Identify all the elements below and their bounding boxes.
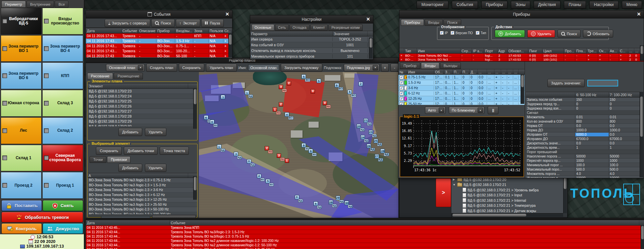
text-point-button[interactable]: Точка текста: [160, 147, 189, 155]
table-row[interactable]: 04 11 2016 17:43...Тревога-ВО-Зон...1.5-…: [86, 39, 232, 44]
zone-tile[interactable]: Зона периметр ВО 1: [1, 35, 42, 62]
map-marker[interactable]: 6во: [204, 115, 208, 120]
column-header[interactable]: З...: [444, 69, 453, 74]
tree-item[interactable]: ВД-5 @192.168.0.170/2:21 > Input: [451, 193, 563, 198]
map-marker[interactable]: 2: [287, 81, 291, 85]
zone-checkbox[interactable]: [2, 128, 7, 133]
close-icon[interactable]: ✕: [636, 11, 642, 17]
tree-item[interactable]: ВД-5 @192.168.0.170/2:21 > Internal: [451, 198, 563, 203]
map-marker[interactable]: 28вд: [329, 200, 333, 204]
zone-tile[interactable]: Проезд 2: [1, 172, 42, 199]
display-checkbox[interactable]: ✔Тип: [476, 31, 486, 35]
column-header[interactable]: Ок...: [598, 48, 609, 53]
zone-tile[interactable]: Зона периметр ВО 6: [1, 62, 42, 89]
param-row[interactable]: Задержка перед тр...00: [526, 102, 643, 106]
display-checkbox[interactable]: ✔IP: [440, 31, 448, 35]
zone-tile[interactable]: КПП: [42, 62, 83, 89]
binding-item[interactable]: ВО-Зона Зона Тополь ВО №3 /logic-1:3 > 2…: [88, 202, 197, 207]
chevron-down-icon[interactable]: ▼: [439, 108, 444, 113]
param-row[interactable]: Норма ОТ0.00.0: [526, 124, 643, 128]
zone-tile[interactable]: Южная сторона: [1, 90, 42, 117]
map-marker[interactable]: 23вд: [369, 130, 373, 134]
expand-icon[interactable]: ▼: [453, 183, 456, 186]
scrollbar[interactable]: [193, 176, 197, 200]
column-header[interactable]: Значение: [333, 31, 368, 36]
load-underlay-button[interactable]: Загрузить подложку: [281, 64, 322, 72]
table-row[interactable]: 04 11 2016 17:43:45...Тревога Зона:КПП: [86, 226, 644, 230]
map-marker[interactable]: 26ВД: [367, 144, 371, 148]
save-plan-button[interactable]: Сохранить: [179, 64, 205, 72]
column-header[interactable]: ...: [487, 69, 494, 74]
site-map[interactable]: 1вд15ВО58ВО6ВО24ВО6во0во1вд3вд0вд8во6во2…: [199, 72, 398, 218]
menu-item[interactable]: Мониторинг: [417, 1, 448, 9]
chevron-down-icon[interactable]: ▼: [138, 65, 143, 70]
column-header[interactable]: [526, 92, 575, 97]
mode-select[interactable]: Авто▼: [425, 107, 445, 114]
close-icon[interactable]: ✕: [365, 16, 371, 22]
selected-tab[interactable]: Привязки: [107, 156, 130, 163]
zone-tile[interactable]: Проезд 1: [42, 172, 83, 199]
param-row[interactable]: Накопление порога ...5000050000: [526, 154, 643, 159]
checkbox-icon[interactable]: ✔: [476, 31, 480, 35]
scrollbar[interactable]: [563, 177, 567, 213]
sidebar-tab[interactable]: Периметр: [1, 1, 26, 8]
map-marker[interactable]: 21вд: [364, 118, 368, 123]
column-header[interactable]: ...: [494, 69, 501, 74]
input-row[interactable]: ✔11.5-3 Hz17:...0....1...000.0...+--...: [398, 80, 525, 85]
map-marker[interactable]: 1: [221, 95, 225, 99]
tree-item[interactable]: ВД-5 @192.168.0.170/2:21 > Температура: [451, 203, 563, 208]
column-header[interactable]: Пла...: [575, 48, 587, 53]
column-header[interactable]: Параметр: [250, 31, 333, 36]
map-marker[interactable]: 27ВД: [375, 154, 379, 159]
checkbox-icon[interactable]: ✔: [399, 91, 404, 96]
column-header[interactable]: Элемент: [88, 83, 188, 88]
table-row[interactable]: 04 11 2016 17:43...Тревога---КППN/A+: [86, 34, 232, 39]
map-marker[interactable]: 5во: [266, 179, 270, 183]
tree-item[interactable]: ВД-5 @192.168.0.170/2:21 > Уровень вибра: [451, 187, 563, 193]
column-header[interactable]: П...: [453, 69, 462, 74]
menu-item[interactable]: Настройки: [589, 1, 619, 9]
param-row[interactable]: Минимальный порог ...100.0100.0: [526, 163, 643, 167]
column-header[interactable]: Описание: [138, 28, 156, 33]
set-value-input[interactable]: [587, 80, 618, 86]
column-header[interactable]: Об...: [434, 69, 444, 74]
param-row[interactable]: Интервал расчета п...1000010000: [526, 176, 643, 178]
element-item[interactable]: ВД-5 @192.168.0.170/2:27: [88, 109, 197, 114]
param-row[interactable]: Норма ДО1000.01000.0: [526, 128, 643, 132]
map-marker[interactable]: 1вд: [217, 144, 221, 149]
column-header[interactable]: Имя: [417, 48, 461, 53]
column-header[interactable]: ...: [628, 48, 634, 53]
column-header[interactable]: Событие: [121, 28, 138, 33]
zone-tile[interactable]: Северная сторона Ворота: [42, 145, 83, 172]
zone-checkbox[interactable]: [2, 183, 7, 188]
detail-tab[interactable]: Прибор: [400, 62, 420, 69]
checkbox-icon[interactable]: ✔: [399, 81, 404, 85]
scrollbar[interactable]: [640, 45, 644, 61]
param-row[interactable]: Исправен ДО67000.067000.0: [526, 137, 643, 141]
param-row[interactable]: Множитель0.010.01: [526, 115, 643, 119]
table-row[interactable]: 04 11 2016 17:43:44...Тревога Зона Топол…: [86, 239, 644, 243]
chevron-down-icon[interactable]: ▼: [478, 108, 483, 113]
map-marker[interactable]: 1по: [273, 107, 277, 112]
settings-tab[interactable]: Сеть: [275, 24, 289, 31]
zone-tile[interactable]: Входы производство: [42, 8, 83, 35]
devices-tab[interactable]: Приборы: [401, 19, 424, 26]
checkbox-icon[interactable]: ✔: [399, 102, 404, 105]
more-button[interactable]: >: [436, 178, 451, 207]
column-header[interactable]: Д...: [470, 69, 478, 74]
device-search-button[interactable]: Поиск: [557, 30, 581, 38]
devices-titlebar[interactable]: Приборы ✕: [399, 10, 644, 18]
column-header[interactable]: Цикл: [542, 48, 564, 53]
column-header[interactable]: Событие: [170, 220, 639, 225]
duty-button[interactable]: Дежурство: [43, 223, 83, 234]
column-header[interactable]: Тре...: [587, 48, 598, 53]
zone-tile[interactable]: Склад 3: [42, 90, 83, 117]
binding-item[interactable]: ВО-Зона Зона Тополь ВО №3 /logic-1:3 > 6…: [88, 193, 197, 198]
input-row[interactable]: ✔23-6 Hz17:...0....1...000.0...+--...: [398, 85, 525, 91]
settings-titlebar[interactable]: Настройки ✕: [250, 15, 373, 23]
column-header[interactable]: Обновл...: [507, 48, 528, 53]
expand-icon[interactable]: ▶: [453, 178, 456, 181]
column-header[interactable]: №: [398, 69, 407, 74]
menu-item[interactable]: Планы: [564, 1, 586, 9]
column-header[interactable]: Прибор: [156, 28, 175, 33]
